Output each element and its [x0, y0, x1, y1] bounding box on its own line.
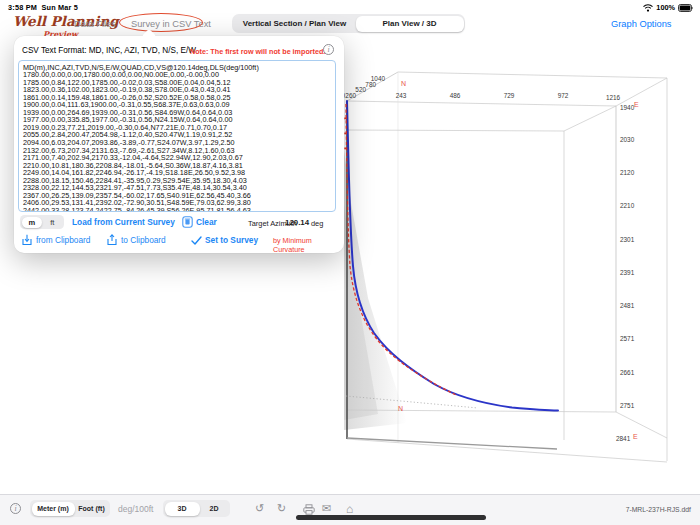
target-azimuth-value[interactable]: 120.14: [285, 218, 309, 227]
csv-survey-popover: CSV Text Format: MD, INC, AZI, TVD, N/S,…: [14, 36, 344, 253]
info-icon[interactable]: i: [323, 44, 334, 55]
n-axis-label-top: N: [401, 80, 406, 87]
svg-text:729: 729: [504, 92, 515, 99]
svg-text:2301: 2301: [620, 236, 635, 243]
length-unit-segmented: Meter (m) Foot (ft): [30, 500, 110, 517]
csv-text-area[interactable]: MD(m),INC,AZI,TVD,N/S,E/W,QUAD,CD,VS@120…: [18, 60, 336, 212]
rotate-cw-icon[interactable]: ↻: [277, 502, 286, 515]
rotate-ccw-icon[interactable]: ↺: [255, 502, 264, 515]
svg-text:780: 780: [365, 81, 376, 88]
svg-text:243: 243: [396, 92, 407, 99]
set-to-survey-button[interactable]: Set to Survey: [205, 235, 258, 245]
file-name: 7-MRL-237H-RJS.ddf: [626, 506, 691, 513]
bottom-info-icon[interactable]: i: [10, 503, 21, 514]
dls-unit-label[interactable]: deg/100ft: [118, 504, 153, 514]
e-axis-label-top: E: [634, 101, 639, 108]
segment-unit-ft[interactable]: ft: [42, 217, 63, 228]
to-clipboard-button[interactable]: to Clipboard: [121, 235, 166, 245]
trash-icon[interactable]: [182, 216, 193, 228]
csv-note: Note: The first row will not be imported…: [190, 47, 325, 56]
svg-text:2661: 2661: [620, 369, 635, 376]
target-azimuth-unit: deg: [311, 219, 323, 228]
svg-text:972: 972: [558, 92, 569, 99]
svg-text:2481: 2481: [620, 302, 635, 309]
e-axis-label-bottom: E: [633, 433, 638, 440]
clipboard-import-icon[interactable]: [22, 234, 32, 246]
svg-text:2841: 2841: [616, 435, 631, 442]
svg-text:1940: 1940: [620, 104, 635, 111]
e-axis-ticks: 0 243 486 729 972 1216: [341, 92, 620, 101]
checkmark-icon[interactable]: [191, 236, 202, 245]
view-mode-segmented: 3D 2D: [163, 500, 230, 517]
n-axis-ticks: 260 520 780 1040: [345, 75, 385, 99]
svg-text:1040: 1040: [371, 75, 386, 82]
svg-text:2571: 2571: [620, 335, 635, 342]
load-from-current-survey-button[interactable]: Load from Current Survey: [72, 217, 175, 227]
svg-text:2120: 2120: [620, 169, 635, 176]
svg-text:1216: 1216: [606, 94, 621, 101]
home-icon[interactable]: ⌂: [346, 502, 353, 516]
n-axis-label-bottom: N: [398, 405, 403, 412]
home-indicator[interactable]: [296, 515, 486, 520]
segment-2d[interactable]: 2D: [200, 502, 229, 516]
bottom-plane-projection: [347, 438, 557, 449]
svg-text:2391: 2391: [620, 269, 635, 276]
svg-text:486: 486: [450, 92, 461, 99]
svg-text:260: 260: [345, 92, 356, 99]
segment-unit-m[interactable]: m: [22, 217, 43, 228]
tvd-axis-ticks: 1940 2030 2120 2210 2301 2391 2481 2571 …: [616, 104, 635, 442]
segment-foot[interactable]: Foot (ft): [75, 502, 109, 516]
csv-format-label: CSV Text Format: MD, INC, AZI, TVD, N/S,…: [22, 46, 196, 55]
from-clipboard-button[interactable]: from Clipboard: [36, 235, 90, 245]
clipboard-export-icon[interactable]: [107, 234, 117, 246]
print-icon[interactable]: [303, 504, 315, 515]
segment-3d[interactable]: 3D: [165, 502, 200, 516]
clear-button[interactable]: Clear: [196, 217, 217, 227]
svg-text:2751: 2751: [620, 402, 635, 409]
segment-meter[interactable]: Meter (m): [32, 502, 75, 516]
mail-icon[interactable]: ✉: [322, 502, 331, 515]
method-label: by Minimum Curvature: [273, 236, 344, 254]
unit-segmented-control: m ft: [20, 215, 64, 229]
svg-text:2210: 2210: [620, 202, 635, 209]
svg-text:2030: 2030: [620, 136, 635, 143]
